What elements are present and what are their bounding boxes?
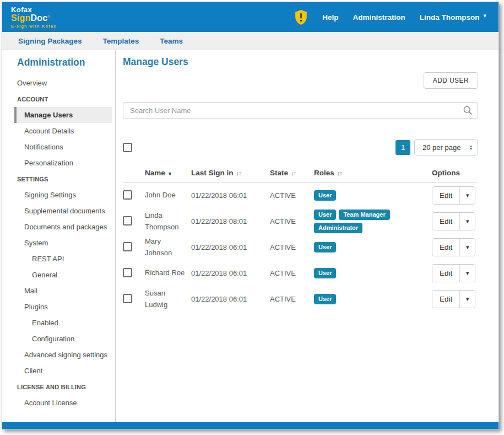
sidebar-title: Administration: [2, 50, 115, 73]
sidebar-item-signing-settings[interactable]: Signing Settings: [2, 187, 115, 203]
user-name: Susan Ludwig: [145, 288, 191, 310]
user-last-sign-in: 01/22/2018 08:01: [191, 217, 270, 225]
pagination: 1 20 per page ▲ ▼: [395, 139, 478, 155]
edit-button[interactable]: Edit: [432, 187, 460, 204]
sidebar-item-account-license[interactable]: Account License: [2, 395, 115, 411]
edit-button[interactable]: Edit: [432, 265, 460, 282]
sidebar-menu: OverviewACCOUNTManage UsersAccount Detai…: [2, 75, 115, 411]
page-1-button[interactable]: 1: [395, 140, 410, 155]
sidebar-item-mail[interactable]: Mail: [2, 283, 115, 299]
edit-dropdown-button[interactable]: ▾: [460, 265, 475, 282]
user-last-sign-in: 01/22/2018 06:01: [191, 295, 270, 303]
sidebar-item-overview[interactable]: Overview: [2, 75, 115, 91]
user-roles: User: [314, 294, 432, 304]
sidebar-item-enabled[interactable]: Enabled: [2, 315, 115, 331]
warning-shield-icon[interactable]: [294, 9, 308, 25]
edit-button[interactable]: Edit: [432, 239, 460, 256]
edit-split-button: Edit ▾: [432, 264, 475, 282]
content-area: Administration OverviewACCOUNTManage Use…: [2, 50, 498, 422]
sidebar-section-license-and-billing: LICENSE AND BILLING: [2, 379, 115, 395]
edit-split-button: Edit ▾: [432, 186, 475, 205]
row-checkbox[interactable]: [123, 268, 132, 277]
sidebar-item-general[interactable]: General: [2, 267, 115, 283]
sort-header-name[interactable]: Name ∨: [145, 169, 191, 177]
logo-product: SignDoc®: [11, 14, 57, 23]
user-last-sign-in: 01/22/2018 06:01: [191, 243, 270, 251]
row-checkbox[interactable]: [123, 294, 132, 303]
main-nav: Signing Packages Templates Teams: [2, 32, 498, 50]
header-menu: Help Administration Linda Thompson ▾: [294, 9, 486, 25]
sidebar-item-plugins[interactable]: Plugins: [2, 299, 115, 315]
nav-teams[interactable]: Teams: [160, 37, 183, 45]
edit-dropdown-button[interactable]: ▾: [460, 291, 475, 308]
row-checkbox[interactable]: [123, 216, 132, 225]
sidebar-item-label: REST API: [32, 255, 64, 263]
help-link[interactable]: Help: [322, 13, 338, 22]
sidebar-item-supplemental-documents[interactable]: Supplemental documents: [2, 203, 115, 219]
user-name: Richard Roe: [145, 267, 191, 278]
per-page-value: 20 per page: [422, 143, 460, 152]
table-row: Richard Roe 01/22/2018 06:01 ACTIVE User…: [123, 260, 478, 286]
footer-bar: [2, 422, 498, 429]
admin-sidebar: Administration OverviewACCOUNTManage Use…: [2, 50, 116, 422]
edit-button[interactable]: Edit: [432, 291, 460, 308]
sidebar-item-label: Plugins: [24, 303, 48, 311]
edit-dropdown-button[interactable]: ▾: [460, 213, 475, 230]
sidebar-item-configuration[interactable]: Configuration: [2, 331, 115, 347]
sidebar-item-rest-api[interactable]: REST API: [2, 251, 115, 267]
users-table: Name ∨ Last Sign in ↓↑ State ↓↑ Roles ↓↑: [123, 169, 478, 312]
edit-split-button: Edit ▾: [432, 212, 475, 230]
nav-signing-packages[interactable]: Signing Packages: [18, 37, 82, 45]
table-row: Susan Ludwig 01/22/2018 06:01 ACTIVE Use…: [123, 286, 478, 312]
sidebar-item-label: Documents and packages: [24, 223, 107, 231]
sidebar-item-label: Supplemental documents: [24, 207, 105, 215]
sidebar-item-manage-users[interactable]: Manage Users: [14, 107, 112, 123]
sidebar-item-personalization[interactable]: Personalization: [2, 155, 115, 171]
manage-users-panel: Manage Users ADD USER 1 20 per page: [116, 50, 498, 422]
search-input[interactable]: [123, 102, 478, 119]
per-page-select[interactable]: 20 per page ▲ ▼: [414, 139, 478, 155]
row-checkbox[interactable]: [123, 242, 132, 251]
sidebar-item-system[interactable]: System: [2, 235, 115, 251]
user-state: ACTIVE: [270, 295, 314, 303]
sidebar-item-label: Overview: [17, 79, 47, 87]
nav-templates[interactable]: Templates: [103, 37, 139, 45]
sidebar-item-label: Manage Users: [24, 111, 73, 119]
sort-header-roles[interactable]: Roles ↓↑: [314, 169, 432, 177]
user-menu[interactable]: Linda Thompson ▾: [420, 13, 486, 22]
search-icon[interactable]: [463, 105, 473, 115]
edit-button[interactable]: Edit: [432, 213, 460, 230]
sort-both-icon: ↓↑: [337, 170, 342, 176]
table-row: Linda Thompson 01/22/2018 08:01 ACTIVE U…: [123, 208, 478, 234]
user-roles: User: [314, 242, 432, 253]
sidebar-item-advanced-signing-settings[interactable]: Advanced signing settings: [2, 347, 115, 363]
user-name: Mary Johnson: [145, 236, 191, 258]
user-name: John Doe: [145, 190, 191, 201]
user-state: ACTIVE: [270, 217, 314, 225]
sort-header-state[interactable]: State ↓↑: [270, 169, 314, 177]
add-user-button[interactable]: ADD USER: [424, 72, 478, 89]
sidebar-item-label: Mail: [24, 287, 37, 295]
select-all-checkbox[interactable]: [123, 143, 132, 152]
role-badge-user: User: [314, 210, 336, 220]
caret-down-icon: ▾: [466, 244, 469, 250]
administration-link[interactable]: Administration: [353, 13, 405, 22]
kofax-signdoc-logo: Kofax SignDoc® E-sign with Kofax: [11, 6, 57, 28]
table-row: Mary Johnson 01/22/2018 06:01 ACTIVE Use…: [123, 234, 478, 260]
sidebar-item-notifications[interactable]: Notifications: [2, 139, 115, 155]
caret-down-icon: ▾: [466, 192, 469, 198]
sidebar-item-client[interactable]: Client: [2, 363, 115, 379]
sidebar-item-label: ACCOUNT: [17, 96, 48, 103]
row-checkbox[interactable]: [123, 190, 132, 200]
toolbar: ADD USER: [123, 72, 478, 89]
sidebar-item-account-details[interactable]: Account Details: [2, 123, 115, 139]
edit-dropdown-button[interactable]: ▾: [460, 187, 475, 204]
caret-down-icon: ▾: [466, 270, 469, 276]
user-state: ACTIVE: [270, 191, 314, 200]
user-roles: User: [314, 268, 432, 278]
registered-mark: ®: [47, 15, 50, 18]
edit-dropdown-button[interactable]: ▾: [460, 239, 475, 256]
sort-header-last-sign-in[interactable]: Last Sign in ↓↑: [191, 169, 270, 177]
sidebar-item-documents-and-packages[interactable]: Documents and packages: [2, 219, 115, 235]
app-header: Kofax SignDoc® E-sign with Kofax Help Ad…: [2, 2, 498, 32]
